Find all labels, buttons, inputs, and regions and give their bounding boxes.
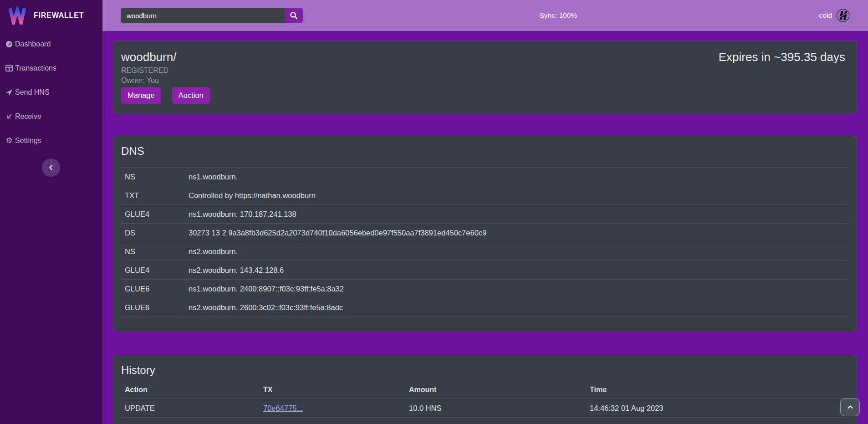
scroll-to-top-button[interactable] (840, 398, 860, 416)
domain-status: REGISTERED (121, 66, 210, 75)
dns-record-row: GLUE4ns2.woodburn. 143.42.128.6 (121, 261, 848, 280)
transactions-icon (5, 65, 13, 72)
dns-record-row: GLUE6ns2.woodburn. 2600:3c02::f03c:93ff:… (121, 298, 848, 317)
dashboard-icon (5, 41, 13, 48)
history-col-action: Action (121, 380, 260, 399)
auction-button[interactable]: Auction (172, 87, 210, 104)
tx-link[interactable]: 4f6e2186... (263, 423, 301, 424)
dns-record-type: GLUE6 (121, 298, 185, 317)
history-amount: 10.0 HNS (405, 399, 586, 418)
wallet-name: cold (819, 11, 832, 20)
history-card: History Action TX Amount Time UPDATE 70e… (113, 355, 857, 424)
history-row: REVEAL 4f6e2186... 10.0 HNS 15:45:36 27 … (121, 418, 848, 424)
dns-record-type: NS (121, 168, 185, 186)
brand: FIREWALLET (0, 0, 102, 31)
receive-icon (5, 113, 13, 120)
send-icon (5, 89, 13, 96)
dns-record-type: DS (121, 224, 185, 242)
dns-record-value: ns2.woodburn. 143.42.128.6 (185, 261, 848, 280)
history-title: History (121, 364, 848, 376)
dns-record-row: GLUE6ns1.woodburn. 2400:8907::f03c:93ff:… (121, 280, 848, 298)
dns-record-type: TXT (121, 186, 185, 205)
wallet-indicator[interactable]: cold (819, 9, 850, 22)
dns-record-row: NSns1.woodburn. (121, 168, 848, 186)
dns-title: DNS (121, 145, 848, 157)
sidebar-item-label: Settings (15, 137, 41, 145)
dns-record-value: ns1.woodburn. 170.187.241.138 (185, 205, 848, 224)
history-col-time: Time (586, 380, 848, 399)
history-header-row: Action TX Amount Time (121, 380, 848, 399)
domain-expiry: Expires in ~395.35 days (719, 50, 845, 113)
sidebar-nav: Dashboard Transactions Send HNS Receive … (0, 32, 102, 153)
sidebar-item-label: Receive (15, 112, 41, 121)
settings-gear-icon: ⚙ (5, 137, 13, 144)
dns-table: NSns1.woodburn. TXTControlled by https:/… (121, 167, 848, 317)
search-input[interactable] (121, 8, 285, 23)
sync-status: Sync: 100% (300, 11, 817, 20)
dns-record-row: GLUE4ns1.woodburn. 170.187.241.138 (121, 205, 848, 224)
dns-record-type: GLUE4 (121, 205, 185, 224)
chevron-left-icon (47, 164, 55, 171)
domain-owner: Owner: You (121, 77, 210, 85)
history-col-amount: Amount (405, 380, 586, 399)
brand-name: FIREWALLET (34, 11, 84, 20)
dns-record-row: TXTControlled by https://nathan.woodburn (121, 186, 848, 205)
history-action: REVEAL (121, 418, 260, 424)
dns-record-row: DS30273 13 2 9a3a8fb3d625d2a2073d740f10d… (121, 224, 848, 242)
dns-record-type: NS (121, 242, 185, 261)
tx-link[interactable]: 70e64775... (263, 404, 303, 412)
dns-record-type: GLUE6 (121, 280, 185, 298)
handshake-logo-icon (836, 9, 850, 22)
sidebar-item-settings[interactable]: ⚙ Settings (0, 128, 102, 153)
topbar: Sync: 100% cold (102, 0, 868, 31)
history-table: Action TX Amount Time UPDATE 70e64775...… (121, 380, 848, 424)
sidebar-item-dashboard[interactable]: Dashboard (0, 32, 102, 56)
domain-card: woodburn/ REGISTERED Owner: You Manage A… (113, 41, 857, 113)
firewallet-logo-icon (7, 6, 27, 25)
sidebar-item-transactions[interactable]: Transactions (0, 56, 102, 80)
history-time: 15:45:36 27 Jul 2023 (586, 418, 848, 424)
history-action: UPDATE (121, 399, 260, 418)
sidebar-item-receive[interactable]: Receive (0, 104, 102, 128)
main-content: woodburn/ REGISTERED Owner: You Manage A… (102, 31, 868, 424)
dns-record-value: 30273 13 2 9a3a8fb3d625d2a2073d740f10da6… (185, 224, 848, 242)
history-time: 14:46:32 01 Aug 2023 (586, 399, 848, 418)
dns-record-row: NSns2.woodburn. (121, 242, 848, 261)
dns-record-value: ns2.woodburn. 2600:3c02::f03c:93ff:fe5a:… (185, 298, 848, 317)
manage-button[interactable]: Manage (121, 87, 161, 104)
sidebar: FIREWALLET Dashboard Transactions Send H… (0, 0, 102, 424)
sidebar-item-label: Transactions (15, 64, 56, 72)
sidebar-item-label: Dashboard (15, 40, 51, 48)
search-icon (290, 11, 298, 20)
dns-record-value: Controlled by https://nathan.woodburn (185, 186, 848, 205)
history-col-tx: TX (260, 380, 405, 399)
search-group (121, 8, 303, 23)
sidebar-item-send-hns[interactable]: Send HNS (0, 80, 102, 104)
dns-card: DNS NSns1.woodburn. TXTControlled by htt… (113, 136, 857, 331)
history-amount: 10.0 HNS (405, 418, 586, 424)
chevron-up-icon (846, 403, 854, 411)
sidebar-collapse-button[interactable] (42, 158, 60, 177)
dns-record-type: GLUE4 (121, 261, 185, 280)
history-row: UPDATE 70e64775... 10.0 HNS 14:46:32 01 … (121, 399, 848, 418)
domain-name: woodburn/ (121, 50, 210, 64)
sidebar-item-label: Send HNS (15, 88, 50, 97)
dns-record-value: ns2.woodburn. (185, 242, 848, 261)
dns-record-value: ns1.woodburn. (185, 168, 848, 186)
dns-record-value: ns1.woodburn. 2400:8907::f03c:93ff:fe5a:… (185, 280, 848, 298)
